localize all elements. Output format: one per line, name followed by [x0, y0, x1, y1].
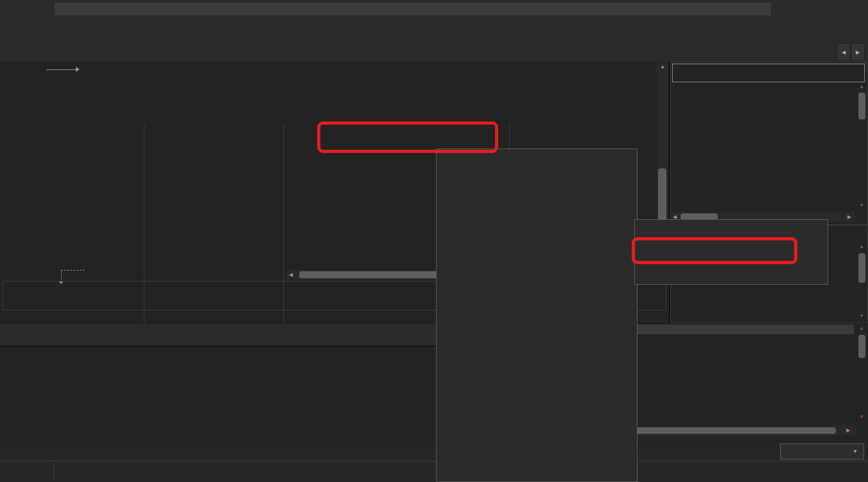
scroll-left-icon[interactable]: ◀	[289, 272, 293, 278]
reg-vscroll-thumb[interactable]	[858, 93, 865, 120]
registers-panel	[670, 62, 868, 225]
toolbar	[0, 16, 868, 40]
calling-convention-dropdown[interactable]: ▼	[780, 443, 864, 460]
dump-tab-bar	[0, 324, 440, 346]
args-vscroll-thumb[interactable]	[858, 253, 865, 283]
separator	[54, 463, 55, 481]
reg-scroll-up-icon[interactable]: ▲	[859, 84, 864, 89]
scroll-right-icon[interactable]: ▶	[846, 428, 850, 433]
disasm-vscroll-thumb[interactable]	[658, 168, 666, 221]
follow-in-dump-submenu	[634, 219, 828, 285]
dump-table	[0, 346, 440, 443]
jump-line	[61, 270, 62, 280]
stack-scroll-down-icon[interactable]: ▼	[859, 415, 864, 420]
hide-fpu-button[interactable]	[672, 64, 865, 82]
command-input[interactable]	[54, 2, 772, 16]
tab-scroll-right-button[interactable]: ▶	[851, 43, 865, 61]
jump-line	[61, 270, 85, 271]
command-bar	[0, 442, 868, 461]
context-menu	[436, 148, 638, 482]
status-bar	[0, 461, 868, 482]
eip-arrow	[46, 69, 76, 70]
scroll-up-icon[interactable]: ▲	[660, 64, 665, 69]
args-scroll-down-icon[interactable]: ▼	[859, 314, 864, 319]
eip-arrow-head	[76, 67, 80, 72]
chevron-down-icon: ▼	[853, 449, 858, 454]
reg-scroll-down-icon[interactable]: ▼	[859, 203, 864, 208]
scroll-right-icon[interactable]: ▶	[847, 215, 851, 220]
view-tab-bar: ◀ ▶	[0, 40, 868, 62]
stack-vscroll-thumb[interactable]	[858, 335, 865, 358]
args-scroll-up-icon[interactable]: ▲	[859, 244, 864, 249]
stack-scroll-up-icon[interactable]: ▲	[859, 326, 864, 331]
tab-scroll-left-button[interactable]: ◀	[837, 43, 851, 61]
